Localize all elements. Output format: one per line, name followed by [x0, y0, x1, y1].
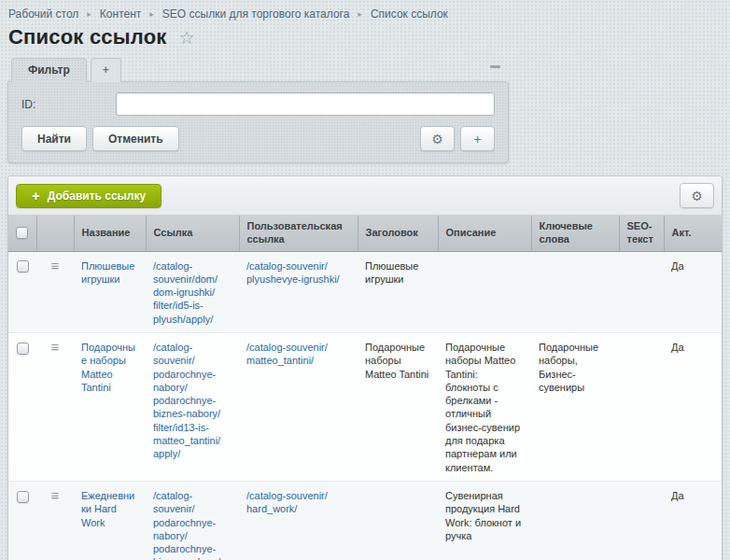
table-row: ≡ Плюшевые игрушки /​catalog-souvenir/​d…	[8, 251, 723, 332]
select-all-checkbox[interactable]	[16, 227, 28, 239]
breadcrumb-separator-icon: ▸	[358, 9, 362, 19]
row-active-cell: Да	[664, 251, 723, 332]
plus-icon: +	[473, 132, 481, 147]
grid-toolbar: + Добавить ссылку ⚙	[8, 176, 722, 216]
row-seo-text-cell	[619, 251, 664, 332]
row-custom-url-link[interactable]: /​catalog-souvenir/​plyushevye-igrushki/…	[246, 260, 340, 285]
row-keywords-cell: Подарочные наборы, Бизнес-сувениры	[531, 332, 619, 481]
row-custom-url-link[interactable]: /​catalog-souvenir/​hard_work/​	[246, 490, 328, 514]
row-description-cell	[438, 251, 531, 332]
filter-field-id: ID:	[21, 92, 495, 116]
links-table: Название Ссылка Пользовательская ссылка …	[8, 216, 723, 560]
row-url-link[interactable]: /​catalog-souvenir/​podarochnye-nabory/​…	[153, 342, 220, 459]
row-url-link[interactable]: /​catalog-souvenir/​dom/​dom-igrushki/​f…	[153, 260, 218, 325]
page-title: Список ссылок	[8, 25, 167, 49]
filter-buttons: Найти Отменить ⚙ +	[21, 126, 495, 151]
cancel-button[interactable]: Отменить	[92, 126, 179, 151]
row-checkbox[interactable]	[17, 260, 29, 273]
row-description-cell: Сувенирная продукция Hard Work: блокнот …	[438, 481, 531, 560]
row-name-link[interactable]: Плюшевые игрушки	[81, 260, 134, 285]
column-header-description[interactable]: Описание	[438, 216, 531, 251]
title-row: Список ссылок ☆	[0, 22, 730, 58]
gear-icon: ⚙	[691, 189, 703, 203]
row-keywords-cell	[531, 481, 619, 560]
row-checkbox[interactable]	[17, 343, 29, 355]
id-field-input[interactable]	[116, 92, 495, 116]
column-header-link[interactable]: Ссылка	[146, 216, 239, 251]
column-header-active[interactable]: Акт.	[664, 216, 723, 251]
row-custom-url-link[interactable]: /​catalog-souvenir/​matteo_tantini/​	[246, 342, 328, 366]
filter-panel: Фильтр + ID: Найти Отменить ⚙ +	[7, 58, 509, 163]
column-header-seo-text[interactable]: SEO-текст	[619, 216, 664, 251]
id-field-label: ID:	[21, 98, 116, 111]
table-row: ≡ Ежедневники Hard Work /​catalog-souven…	[8, 481, 723, 560]
gear-icon: ⚙	[431, 132, 443, 147]
row-name-link[interactable]: Ежедневники Hard Work	[81, 490, 134, 528]
column-header-title[interactable]: Заголовок	[358, 216, 438, 251]
breadcrumb-separator-icon: ▸	[87, 9, 91, 19]
breadcrumb-item-link-list[interactable]: Список ссылок	[371, 7, 448, 21]
breadcrumb: Рабочий стол ▸ Контент ▸ SEO ссылки для …	[0, 0, 730, 22]
row-url-link[interactable]: /​catalog-souvenir/​podarochnye-nabory/​…	[153, 490, 232, 560]
column-header-keywords[interactable]: Ключевые слова	[531, 216, 619, 251]
row-active-cell: Да	[664, 332, 723, 481]
favorite-star-icon[interactable]: ☆	[179, 27, 195, 49]
collapse-filter-icon[interactable]	[490, 65, 500, 68]
row-name-link[interactable]: Подарочные наборы Matteo Tantini	[81, 342, 135, 393]
column-header-name[interactable]: Название	[74, 216, 146, 251]
table-row: ≡ Подарочные наборы Matteo Tantini /​cat…	[8, 332, 723, 481]
add-filter-tab[interactable]: +	[91, 58, 121, 82]
links-grid: + Добавить ссылку ⚙ Название Ссылка Поль…	[7, 175, 723, 560]
find-button[interactable]: Найти	[21, 126, 87, 151]
breadcrumb-item-desktop[interactable]: Рабочий стол	[8, 7, 78, 21]
row-description-cell: Подарочные наборы Matteo Tantini: блокно…	[438, 332, 531, 481]
column-header-custom-link[interactable]: Пользовательская ссылка	[239, 216, 358, 251]
filter-settings-button[interactable]: ⚙	[420, 126, 455, 151]
add-link-label: Добавить ссылку	[48, 189, 146, 203]
add-link-button[interactable]: + Добавить ссылку	[16, 184, 161, 208]
breadcrumb-separator-icon: ▸	[149, 9, 154, 19]
row-seo-text-cell	[619, 481, 664, 560]
filter-body: ID: Найти Отменить ⚙ +	[7, 81, 509, 163]
row-menu-icon[interactable]: ≡	[51, 259, 60, 272]
row-active-cell: Да	[664, 481, 723, 560]
link-table-body: ≡ Плюшевые игрушки /​catalog-souvenir/​d…	[8, 251, 723, 560]
breadcrumb-item-content[interactable]: Контент	[100, 7, 141, 21]
row-menu-icon[interactable]: ≡	[51, 489, 60, 501]
plus-icon: +	[32, 188, 40, 203]
row-title-cell: Подарочные наборы Matteo Tantini	[358, 332, 438, 481]
table-header-row: Название Ссылка Пользовательская ссылка …	[8, 216, 723, 251]
row-checkbox[interactable]	[17, 491, 29, 503]
row-title-cell	[358, 481, 438, 560]
breadcrumb-item-seo-links[interactable]: SEO ссылки для торгового каталога	[162, 7, 350, 21]
filter-tabs: Фильтр +	[7, 58, 509, 81]
row-seo-text-cell	[619, 332, 664, 481]
row-title-cell: Плюшевые игрушки	[358, 251, 438, 332]
add-filter-field-button[interactable]: +	[460, 126, 495, 151]
row-menu-icon[interactable]: ≡	[51, 341, 60, 353]
row-menu-header	[36, 216, 74, 251]
row-keywords-cell	[531, 251, 619, 332]
filter-tab[interactable]: Фильтр	[11, 58, 87, 82]
grid-settings-button[interactable]: ⚙	[680, 183, 714, 208]
